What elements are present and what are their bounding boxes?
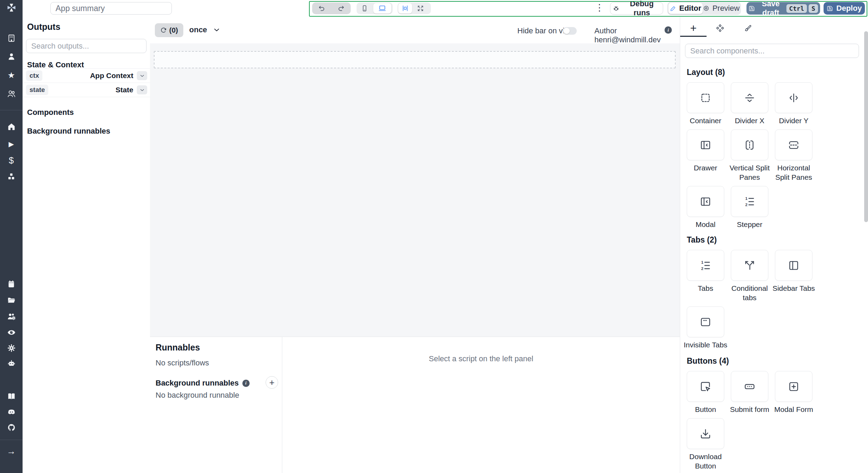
docs-book-icon[interactable] — [0, 392, 23, 401]
background-info-icon[interactable]: i — [242, 380, 250, 387]
schedules-calendar-icon[interactable] — [0, 280, 23, 288]
modal-form-icon — [788, 381, 800, 392]
search-components-input[interactable] — [685, 44, 859, 58]
expand-output-button[interactable] — [137, 85, 147, 94]
home-icon[interactable] — [0, 122, 23, 131]
groups-settings-icon[interactable] — [0, 312, 23, 321]
workers-robot-icon[interactable] — [0, 359, 23, 368]
expand-output-button[interactable] — [137, 71, 147, 80]
user-icon[interactable] — [0, 52, 23, 61]
fullscreen-button[interactable] — [413, 2, 428, 14]
tab-editor[interactable]: Editor — [668, 3, 703, 14]
section-grid: Button Submit form Modal Form Download B… — [687, 371, 829, 473]
folders-icon[interactable] — [0, 296, 23, 305]
desktop-view-button[interactable] — [373, 3, 391, 14]
variables-dollar-icon[interactable]: $ — [0, 156, 23, 165]
divider-x-icon — [744, 92, 756, 104]
sidebar-divider — [0, 440, 23, 440]
component-label: Conditional tabs — [727, 284, 773, 302]
component-card-tabs[interactable]: 12 Tabs — [687, 250, 724, 302]
settings-gear-icon[interactable] — [0, 344, 23, 353]
recompute-policy-select[interactable]: once — [189, 25, 221, 34]
component-card-modal-form[interactable]: Modal Form — [775, 371, 812, 414]
refresh-button[interactable]: (0) — [155, 23, 183, 37]
component-card-modal[interactable]: Modal — [687, 186, 724, 229]
component-card-button-click[interactable]: Button — [687, 371, 724, 414]
output-row[interactable]: ctx App Context — [23, 68, 150, 83]
component-card-download[interactable]: Download Button — [687, 418, 724, 471]
kebab-menu-button[interactable]: ⋮ — [595, 2, 604, 13]
device-toggle-group — [357, 2, 393, 14]
component-card-divider-x[interactable]: Divider X — [731, 82, 768, 125]
runs-play-icon[interactable]: ▶ — [0, 141, 23, 147]
debug-runs-button[interactable]: Debug runs — [610, 2, 663, 15]
component-card-sidebar-tabs[interactable]: Sidebar Tabs — [775, 250, 812, 302]
center-content-button[interactable] — [398, 3, 412, 14]
history-group — [312, 2, 351, 14]
author-info-icon[interactable]: i — [665, 26, 672, 34]
pencil-icon — [670, 5, 676, 12]
tab-theme[interactable] — [740, 20, 755, 36]
windmill-logo[interactable] — [0, 2, 23, 13]
component-label: Submit form — [727, 405, 773, 414]
empty-grid-row[interactable] — [154, 51, 676, 68]
component-card-submit-form[interactable]: Submit form — [731, 371, 768, 414]
workspace-icon[interactable] — [0, 34, 23, 43]
component-label: Vertical Split Panes — [727, 163, 773, 182]
component-label: Tabs — [683, 284, 728, 293]
add-background-runnable-button[interactable]: + — [266, 376, 278, 389]
background-runnables-title: Background runnables — [156, 379, 239, 388]
section-title: Tabs (2) — [687, 235, 829, 244]
component-card-horizontal-split[interactable]: Horizontal Split Panes — [775, 129, 812, 182]
section-title: Buttons (4) — [687, 356, 829, 365]
app-canvas[interactable] — [150, 43, 680, 337]
refresh-icon — [160, 27, 167, 34]
section-title: Layout (8) — [687, 68, 829, 77]
component-card-invisible-tabs[interactable]: Invisible Tabs — [687, 306, 724, 349]
discord-icon[interactable] — [0, 407, 23, 416]
search-outputs-input[interactable] — [26, 39, 147, 53]
tab-insert-component[interactable]: + — [686, 20, 701, 36]
component-card-stepper[interactable]: 12 Stepper — [731, 186, 768, 229]
debug-runs-label: Debug runs — [623, 0, 661, 17]
component-label: Drawer — [683, 163, 728, 172]
sidebar-divider — [0, 110, 23, 110]
component-card-vertical-split[interactable]: Vertical Split Panes — [731, 129, 768, 182]
tab-component-settings[interactable] — [712, 20, 728, 36]
mobile-view-button[interactable] — [357, 2, 373, 14]
component-card-conditional-tabs[interactable]: Conditional tabs — [731, 250, 768, 302]
brush-icon — [743, 24, 752, 32]
svg-text:1: 1 — [701, 260, 703, 264]
background-runnables-section-label[interactable]: Background runnables — [27, 127, 110, 136]
component-card-container[interactable]: Container — [687, 82, 724, 125]
github-icon[interactable] — [0, 423, 23, 432]
svg-text:2: 2 — [701, 267, 703, 271]
groups-icon[interactable] — [0, 89, 23, 98]
output-rows: ctx App Context state State — [23, 68, 150, 97]
resources-cubes-icon[interactable] — [0, 172, 23, 181]
section-grid: Container Divider X Divider Y Drawer Ver… — [687, 82, 829, 233]
favorites-star-icon[interactable]: ★ — [0, 71, 23, 79]
redo-button[interactable] — [331, 2, 350, 14]
button-click-icon — [700, 381, 711, 392]
output-row[interactable]: state State — [23, 83, 150, 97]
expand-sidebar-arrow-icon[interactable]: → — [0, 447, 23, 456]
top-bar: ⋮ Debug runs Editor Preview Save draft C… — [23, 0, 868, 17]
component-card-divider-y[interactable]: Divider Y — [775, 82, 812, 125]
component-label: Stepper — [727, 220, 773, 229]
modal-icon — [700, 196, 711, 208]
container-icon — [700, 92, 711, 104]
panel-scrollbar[interactable] — [864, 31, 868, 222]
component-label: Horizontal Split Panes — [771, 163, 817, 182]
kbd-ctrl: Ctrl — [786, 4, 807, 13]
audit-logs-eye-icon[interactable] — [0, 328, 23, 337]
deploy-button[interactable]: Deploy — [824, 2, 865, 15]
component-label: Download Button — [683, 452, 728, 471]
component-card-drawer[interactable]: Drawer — [687, 129, 724, 182]
components-section-label[interactable]: Components — [27, 108, 74, 117]
hide-bar-toggle[interactable] — [563, 27, 577, 35]
save-draft-button[interactable]: Save draft CtrlS — [746, 2, 820, 15]
app-summary-input[interactable] — [50, 2, 172, 15]
undo-button[interactable] — [312, 2, 331, 14]
tab-preview[interactable]: Preview — [703, 3, 740, 14]
